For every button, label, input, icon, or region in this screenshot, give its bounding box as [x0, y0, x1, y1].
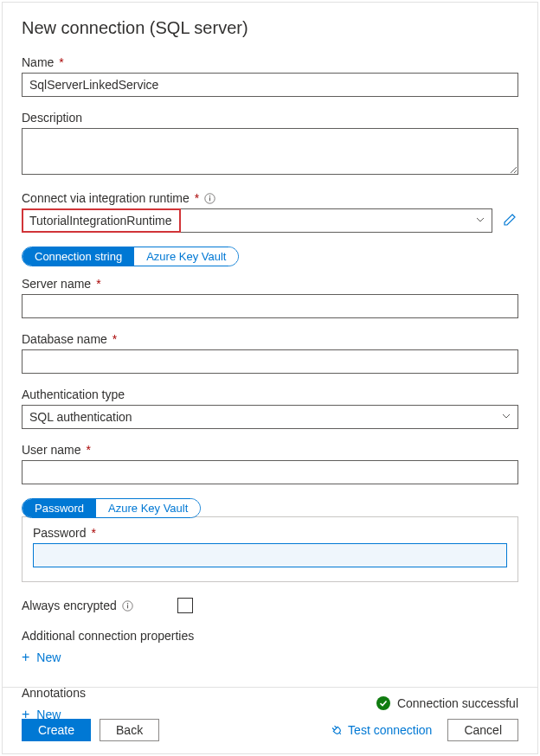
description-label: Description: [22, 111, 82, 125]
password-mode-tabs: Password Azure Key Vault: [22, 498, 201, 518]
required-indicator: *: [195, 191, 199, 205]
name-input[interactable]: [22, 73, 518, 97]
plug-icon: [328, 721, 345, 739]
button-row: Create Back Test connection Cancel: [22, 719, 518, 741]
test-connection-label: Test connection: [348, 723, 432, 737]
name-label: Name: [22, 55, 54, 69]
create-button[interactable]: Create: [22, 719, 91, 741]
back-button[interactable]: Back: [100, 719, 159, 741]
description-input[interactable]: [22, 128, 518, 175]
connection-mode-tabs: Connection string Azure Key Vault: [22, 247, 239, 266]
user-name-input[interactable]: [22, 460, 518, 484]
new-connection-panel: New connection (SQL server) Name * Descr…: [2, 2, 538, 754]
always-encrypted-row: Always encrypted: [22, 598, 518, 613]
status-row: Connection successful: [22, 696, 518, 710]
edit-runtime-button[interactable]: [501, 211, 518, 231]
required-indicator: *: [91, 526, 95, 540]
required-indicator: *: [112, 332, 117, 346]
user-name-label: User name: [22, 443, 80, 457]
description-field: Description: [22, 111, 518, 177]
pencil-icon: [503, 213, 517, 229]
additional-props-label: Additional connection properties: [22, 629, 518, 643]
svg-rect-2: [209, 197, 210, 201]
cancel-button[interactable]: Cancel: [447, 719, 518, 741]
page-title: New connection (SQL server): [22, 18, 518, 38]
password-label: Password: [33, 526, 86, 540]
auth-type-field: Authentication type: [22, 388, 518, 429]
integration-runtime-select[interactable]: [22, 208, 492, 233]
tab-connection-string[interactable]: Connection string: [22, 247, 134, 266]
plus-icon: +: [22, 650, 29, 665]
footer: Connection successful Create Back Test c…: [3, 687, 537, 753]
auth-type-select[interactable]: [22, 405, 518, 429]
auth-type-label: Authentication type: [22, 388, 125, 401]
svg-rect-5: [127, 605, 128, 608]
required-indicator: *: [96, 277, 100, 291]
database-name-input[interactable]: [22, 349, 518, 374]
password-section: Password Azure Key Vault Password *: [22, 498, 518, 582]
required-indicator: *: [86, 443, 90, 457]
tab-azure-key-vault[interactable]: Azure Key Vault: [134, 247, 238, 266]
success-icon: [376, 696, 390, 710]
password-box: Password *: [22, 516, 518, 582]
info-icon[interactable]: [204, 193, 215, 204]
integration-runtime-label: Connect via integration runtime: [22, 191, 190, 205]
server-name-label: Server name: [22, 277, 91, 291]
tab-password-akv[interactable]: Azure Key Vault: [96, 499, 200, 517]
info-icon[interactable]: [122, 600, 133, 612]
required-indicator: *: [59, 55, 63, 69]
database-name-field: Database name *: [22, 332, 518, 374]
name-field: Name *: [22, 55, 518, 97]
svg-point-4: [126, 602, 127, 603]
tab-password[interactable]: Password: [22, 499, 96, 517]
add-property-button[interactable]: + New: [22, 648, 61, 667]
always-encrypted-checkbox[interactable]: [177, 598, 193, 613]
status-text: Connection successful: [397, 696, 518, 710]
test-connection-button[interactable]: Test connection: [331, 723, 432, 737]
password-input[interactable]: [33, 543, 507, 567]
always-encrypted-label: Always encrypted: [22, 599, 117, 612]
svg-point-1: [209, 195, 210, 195]
database-name-label: Database name: [22, 332, 107, 346]
server-name-input[interactable]: [22, 294, 518, 318]
additional-props-section: Additional connection properties + New: [22, 629, 518, 667]
user-name-field: User name *: [22, 443, 518, 484]
server-name-field: Server name *: [22, 277, 518, 318]
new-label: New: [36, 650, 61, 664]
integration-runtime-field: Connect via integration runtime *: [22, 191, 518, 233]
svg-point-6: [376, 696, 390, 710]
